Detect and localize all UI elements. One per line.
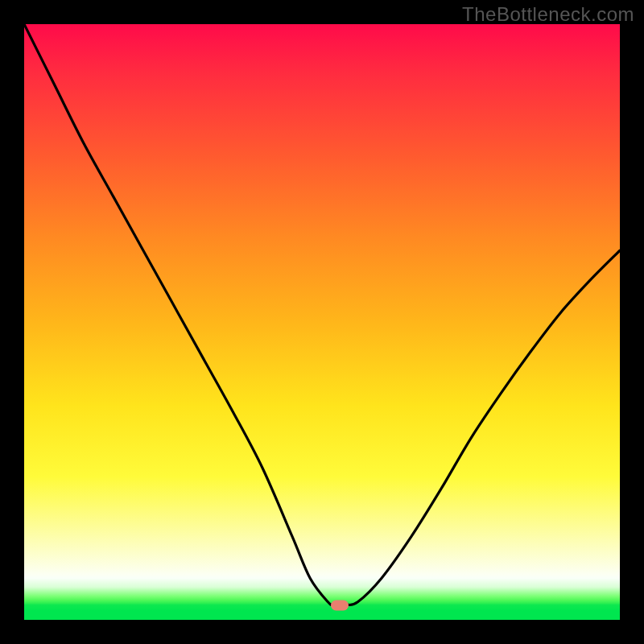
watermark-text: TheBottleneck.com [462,3,634,26]
bottleneck-curve [24,24,620,620]
chart-frame: TheBottleneck.com [0,0,644,644]
plot-area [24,24,620,620]
optimal-marker [331,600,349,610]
